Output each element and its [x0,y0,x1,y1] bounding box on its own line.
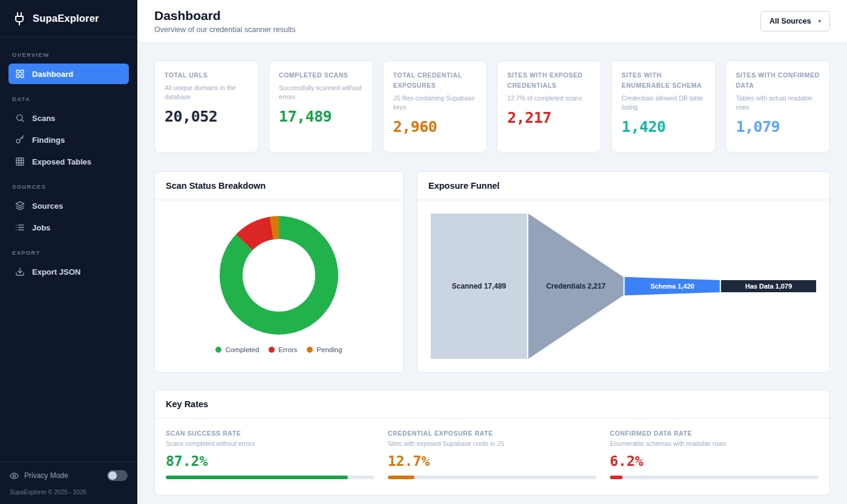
scan-status-card: Scan Status Breakdown CompletedErrorsPen… [154,171,404,373]
legend-label: Errors [278,346,297,353]
rate-description: Sites with exposed Supabase creds in JS [388,440,597,447]
key-icon [15,135,25,145]
sidebar-item-exposed-tables[interactable]: Exposed Tables [8,151,129,172]
exposure-funnel-card: Exposure Funnel Scanned 17,489Credential… [417,171,830,373]
page-subtitle: Overview of our credential scanner resul… [154,25,295,34]
rate-label: Confirmed Data Rate [610,430,819,437]
app-title: SupaExplorer [33,13,99,24]
funnel-stage-label: Credentials 2,217 [546,282,606,290]
rate-progress-track [166,476,374,479]
sidebar-item-label: Scans [32,114,55,123]
stat-description: Successfully scanned without errors [279,83,363,102]
stat-value: 20,052 [165,108,249,125]
legend-label: Pending [316,346,342,353]
sidebar-item-jobs[interactable]: Jobs [8,217,129,238]
search-icon [15,113,25,123]
legend-label: Completed [225,346,259,353]
stat-value: 1,079 [736,118,820,136]
source-filter-dropdown[interactable]: All Sources ▾ [760,11,830,31]
stat-card-completed-scans: Completed ScansSuccessfully scanned with… [269,61,373,152]
layers-icon [15,201,25,211]
sidebar-item-dashboard[interactable]: Dashboard [8,64,129,84]
rate-value: 87.2% [166,453,374,469]
stat-card-total-urls: Total URLsAll unique domains in the data… [154,61,259,152]
sidebar-item-scans[interactable]: Scans [8,108,129,128]
stats-grid: Total URLsAll unique domains in the data… [154,61,830,152]
legend-item-pending: Pending [307,346,342,353]
privacy-mode-row: Privacy Mode [10,470,128,481]
rate-column-credential-exposure-rate: Credential Exposure RateSites with expos… [388,430,597,479]
app-logo: SupaExplorer [0,0,137,38]
stat-label: Sites with Confirmed Data [736,70,820,91]
stat-value: 2,960 [393,118,477,136]
rate-progress-fill [388,476,414,479]
page-title: Dashboard [154,8,295,23]
rate-description: Enumerable schemas with readable rows [610,440,819,447]
legend-dot-icon [307,347,313,353]
stat-label: Completed Scans [279,70,363,80]
funnel-stage-label: Has Data 1,079 [745,283,792,290]
source-filter-value: All Sources [770,17,811,25]
stat-description: Credentials allowed DB table listing [621,94,705,112]
toggle-knob [108,471,117,480]
legend-dot-icon [215,347,221,353]
rate-progress-fill [166,476,348,479]
scan-status-card-body: CompletedErrorsPending [155,200,403,365]
stat-card-sites-with-confirmed-data: Sites with Confirmed DataTables with act… [725,61,830,152]
main-area: Dashboard Overview of our credential sca… [137,0,847,504]
rate-progress-track [610,476,819,479]
nav-section-label-sources: Sources [12,183,125,190]
nav-section-label-export: Export [12,249,125,256]
sidebar-item-label: Dashboard [32,70,73,79]
rate-description: Scans completed without errors [166,440,374,447]
rate-value: 6.2% [610,453,819,469]
legend-dot-icon [269,347,275,353]
sidebar-item-findings[interactable]: Findings [8,129,129,150]
privacy-mode-label: Privacy Mode [24,471,68,480]
stat-label: Total URLs [165,70,249,80]
sidebar-bottom: Privacy Mode SupaExplorer © 2025 - 2026 [0,462,137,504]
rate-column-confirmed-data-rate: Confirmed Data RateEnumerable schemas wi… [610,430,819,479]
sidebar-footer: SupaExplorer © 2025 - 2026 [10,489,128,496]
exposure-funnel-card-title: Exposure Funnel [417,172,829,200]
funnel-stage-label: Schema 1,420 [650,283,694,290]
stat-value: 1,420 [621,118,705,136]
stat-value: 17,489 [279,108,363,125]
stat-value: 2,217 [507,109,591,126]
privacy-mode-toggle[interactable] [107,470,128,481]
scan-status-card-title: Scan Status Breakdown [155,172,403,200]
key-rates-card-title: Key Rates [155,390,829,419]
legend-item-completed: Completed [215,346,259,353]
sidebar-nav: OverviewDashboardDataScansFindingsExpose… [0,38,137,462]
chevron-down-icon: ▾ [818,18,821,24]
dashboard-content: Total URLsAll unique domains in the data… [137,43,847,504]
app-root: SupaExplorer OverviewDashboardDataScansF… [0,0,847,504]
page-header: Dashboard Overview of our credential sca… [137,0,847,43]
rate-value: 12.7% [388,453,597,469]
sidebar-item-label: Findings [32,136,65,145]
list-icon [15,223,25,232]
rate-progress-fill [610,476,623,479]
table-icon [15,157,25,166]
dashboard-icon [15,69,25,79]
plug-icon [12,11,27,26]
scan-status-donut-chart [220,216,338,335]
nav-section-label-overview: Overview [12,51,125,58]
sidebar-item-label: Export JSON [32,267,80,277]
rate-label: Scan Success Rate [166,430,374,437]
charts-row: Scan Status Breakdown CompletedErrorsPen… [154,171,830,373]
sidebar-item-label: Sources [32,201,63,211]
sidebar-item-sources[interactable]: Sources [8,195,129,216]
page-heading-group: Dashboard Overview of our credential sca… [154,8,295,34]
stat-description: 12.7% of completed scans [507,94,591,103]
exposure-funnel-chart: Scanned 17,489Credentials 2,217Schema 1,… [431,214,816,359]
key-rates-card: Key Rates Scan Success RateScans complet… [154,390,830,496]
sidebar-item-export-json[interactable]: Export JSON [8,261,129,282]
exposure-funnel-card-body: Scanned 17,489Credentials 2,217Schema 1,… [417,200,829,372]
download-icon [15,267,25,277]
nav-section-label-data: Data [12,96,125,102]
donut-legend: CompletedErrorsPending [215,346,342,353]
stat-label: Sites with Enumerable Schema [621,70,705,91]
stat-card-sites-with-enumerable-schema: Sites with Enumerable SchemaCredentials … [611,61,716,152]
sidebar: SupaExplorer OverviewDashboardDataScansF… [0,0,137,504]
